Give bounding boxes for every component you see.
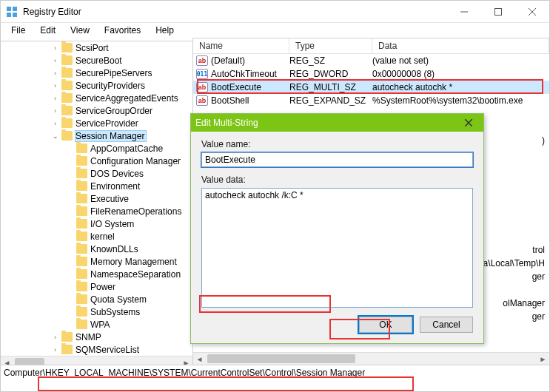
tree-item[interactable]: Power <box>1 280 192 293</box>
tree-hscrollbar[interactable]: ◄ ► <box>1 356 192 365</box>
no-expand-icon <box>66 182 74 190</box>
tree-item[interactable]: Quota System <box>1 293 192 305</box>
maximize-button[interactable] <box>481 1 515 23</box>
chevron-down-icon[interactable]: ⌄ <box>51 132 59 140</box>
value-data: autocheck autochk * <box>372 82 549 92</box>
obscured-text: olManager <box>503 298 545 308</box>
tree-item[interactable]: ›ScsiPort <box>1 41 192 54</box>
scroll-left-icon[interactable]: ◄ <box>1 356 13 365</box>
tree-item[interactable]: KnownDLLs <box>1 243 192 255</box>
chevron-right-icon[interactable]: › <box>51 333 59 341</box>
tree-item[interactable]: ›SecurePipeServers <box>1 67 192 79</box>
cancel-button[interactable]: Cancel <box>420 317 473 333</box>
tree-item[interactable]: ›SNMP <box>1 331 192 343</box>
tree-item[interactable]: ›ServiceAggregatedEvents <box>1 92 192 104</box>
tree-item[interactable]: Memory Management <box>1 255 192 268</box>
value-name-input[interactable] <box>201 152 473 167</box>
value-data-input[interactable] <box>201 188 473 308</box>
statusbar: Computer\HKEY_LOCAL_MACHINE\SYSTEM\Curre… <box>1 365 549 379</box>
value-type: REG_MULTI_SZ <box>289 82 372 92</box>
col-name[interactable]: Name <box>193 38 289 53</box>
tree-item[interactable]: SubSystems <box>1 305 192 318</box>
tree-item-label: Power <box>90 282 115 292</box>
chevron-right-icon[interactable]: › <box>51 56 59 64</box>
chevron-right-icon[interactable]: › <box>51 345 59 354</box>
value-name: BootShell <box>211 95 249 106</box>
chevron-right-icon[interactable]: › <box>51 107 59 115</box>
dialog-close-button[interactable] <box>458 115 479 130</box>
list-hscrollbar[interactable]: ◄ ► <box>193 352 549 365</box>
tree-item[interactable]: I/O System <box>1 217 192 230</box>
tree-item[interactable]: ⌄Session Manager <box>1 129 192 142</box>
tree-item[interactable]: FileRenameOperations <box>1 205 192 217</box>
obscured-text: trol <box>532 245 545 255</box>
folder-icon <box>76 143 87 153</box>
table-row[interactable]: abBootShellREG_EXPAND_SZ%SystemRoot%\sys… <box>193 94 549 107</box>
no-expand-icon <box>66 257 74 266</box>
tree-item-label: ScsiPort <box>76 43 109 53</box>
chevron-right-icon[interactable]: › <box>51 94 59 102</box>
tree-item[interactable]: ›ServiceGroupOrder <box>1 104 192 117</box>
no-expand-icon <box>66 207 74 215</box>
folder-icon <box>76 320 87 329</box>
folder-icon <box>61 68 73 78</box>
no-expand-icon <box>66 320 74 328</box>
value-name: (Default) <box>211 55 245 66</box>
col-data[interactable]: Data <box>372 38 549 53</box>
no-expand-icon <box>66 220 74 228</box>
chevron-right-icon[interactable]: › <box>51 81 59 89</box>
chevron-right-icon[interactable]: › <box>51 44 59 52</box>
scroll-right-icon[interactable]: ► <box>537 353 549 365</box>
col-type[interactable]: Type <box>289 38 372 53</box>
tree-item[interactable]: Executive <box>1 192 192 205</box>
minimize-button[interactable] <box>447 1 481 23</box>
ok-button[interactable]: OK <box>359 317 412 333</box>
menu-file[interactable]: File <box>4 24 33 37</box>
scroll-left-icon[interactable]: ◄ <box>193 353 206 365</box>
value-data: %SystemRoot%\system32\bootim.exe <box>372 95 549 106</box>
folder-icon <box>76 181 87 191</box>
tree-item[interactable]: ›SecurityProviders <box>1 79 192 92</box>
table-row[interactable]: 011AutoChkTimeoutREG_DWORD0x00000008 (8) <box>193 67 549 81</box>
tree-item[interactable]: DOS Devices <box>1 167 192 180</box>
dialog-titlebar[interactable]: Edit Multi-String <box>191 114 483 132</box>
table-row[interactable]: abBootExecuteREG_MULTI_SZautocheck autoc… <box>193 81 549 94</box>
tree-item[interactable]: WPA <box>1 318 192 331</box>
tree-item-label: SecureBoot <box>76 55 122 66</box>
string-value-icon: ab <box>196 55 208 66</box>
tree-item-label: Configuration Manager <box>90 156 181 166</box>
menubar: File Edit View Favorites Help <box>1 23 549 38</box>
table-row[interactable]: ab(Default)REG_SZ(value not set) <box>193 54 549 67</box>
key-tree[interactable]: ›ScsiPort›SecureBoot›SecurePipeServers›S… <box>1 38 193 365</box>
menu-help[interactable]: Help <box>148 24 181 37</box>
chevron-right-icon[interactable]: › <box>51 69 59 77</box>
tree-item[interactable]: Environment <box>1 180 192 192</box>
tree-item[interactable]: NamespaceSeparation <box>1 268 192 280</box>
close-button[interactable] <box>515 1 549 23</box>
folder-icon <box>76 294 87 304</box>
no-expand-icon <box>66 195 74 203</box>
svg-rect-0 <box>7 7 11 11</box>
tree-item-label: SecurePipeServers <box>76 68 152 78</box>
svg-rect-2 <box>7 13 11 17</box>
value-name: AutoChkTimeout <box>211 69 277 79</box>
tree-item[interactable]: ›ServiceProvider <box>1 117 192 129</box>
tree-item[interactable]: Configuration Manager <box>1 155 192 167</box>
menu-edit[interactable]: Edit <box>33 24 63 37</box>
tree-item[interactable]: ›SecureBoot <box>1 54 192 67</box>
chevron-right-icon[interactable]: › <box>51 119 59 127</box>
folder-icon <box>76 282 87 291</box>
value-data: (value not set) <box>372 55 549 66</box>
menu-favorites[interactable]: Favorites <box>97 24 148 37</box>
edit-multistring-dialog: Edit Multi-String Value name: Value data… <box>190 113 484 344</box>
tree-item-label: ServiceGroupOrder <box>76 106 152 116</box>
tree-item[interactable]: ›SQMServiceList <box>1 343 192 356</box>
obscured-text: ger <box>532 311 545 322</box>
scroll-right-icon[interactable]: ► <box>180 356 192 365</box>
no-expand-icon <box>66 169 74 178</box>
tree-item[interactable]: kernel <box>1 230 192 243</box>
tree-item[interactable]: AppCompatCache <box>1 142 192 155</box>
no-expand-icon <box>66 270 74 278</box>
value-name: BootExecute <box>211 82 261 92</box>
menu-view[interactable]: View <box>63 24 97 37</box>
